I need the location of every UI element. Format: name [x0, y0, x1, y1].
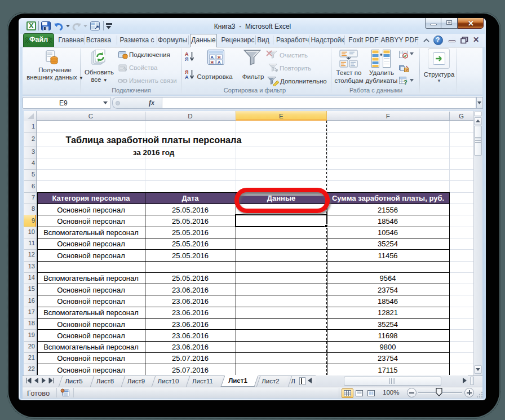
svg-text:Я: Я: [211, 60, 214, 65]
svg-text:А: А: [218, 60, 221, 65]
svg-text:?: ?: [404, 79, 407, 85]
svg-text:Я: Я: [218, 55, 220, 60]
svg-text:А: А: [211, 55, 214, 60]
